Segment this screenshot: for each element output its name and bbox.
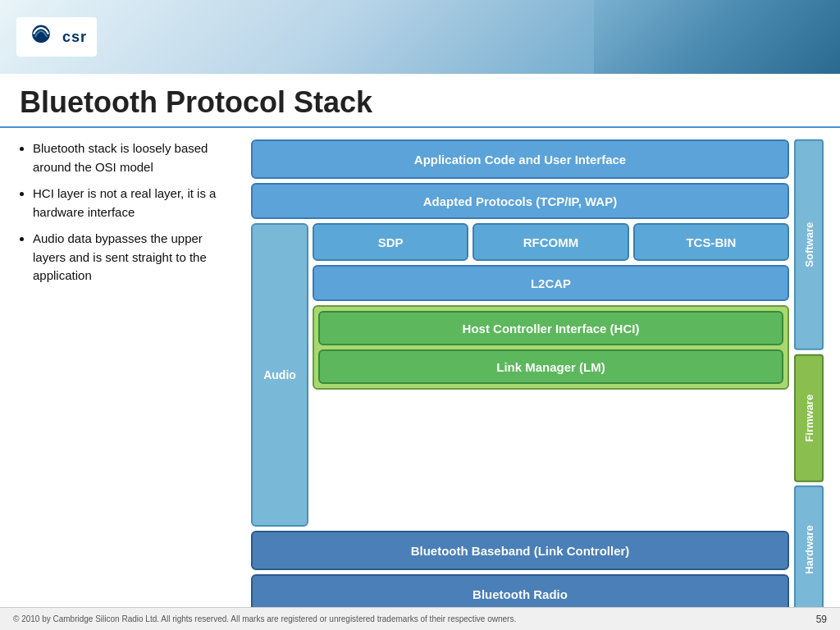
- side-labels: Software Firmware Hardware: [794, 139, 824, 614]
- adapted-protocols-block: Adapted Protocols (TCP/IP, WAP): [251, 183, 789, 219]
- firmware-label: Firmware: [794, 354, 824, 482]
- bullet-item-2: HCI layer is not a real layer, it is a h…: [33, 185, 238, 221]
- bullet-item-1: Bluetooth stack is loosely based around …: [33, 139, 238, 176]
- page-number: 59: [816, 614, 827, 625]
- sdp-block: SDP: [313, 223, 468, 261]
- sdp-rfcomm-tcs-row: SDP RFCOMM TCS-BIN: [313, 223, 789, 261]
- logo-area: csr: [16, 17, 97, 57]
- title-section: Bluetooth Protocol Stack: [0, 74, 840, 128]
- hci-block: Host Controller Interface (HCI): [318, 311, 783, 345]
- l2cap-block: L2CAP: [313, 265, 789, 301]
- bullet-list: Bluetooth stack is loosely based around …: [16, 139, 238, 285]
- footer: © 2010 by Cambridge Silicon Radio Ltd. A…: [0, 607, 840, 630]
- bullet-item-3: Audio data bypasses the upper layers and…: [33, 230, 238, 285]
- app-layer-block: Application Code and User Interface: [251, 139, 789, 179]
- audio-middle-row: Audio SDP RFCOMM TCS-BIN L2CAP Host Cont…: [251, 223, 789, 527]
- hardware-label: Hardware: [794, 486, 824, 614]
- logo-text: csr: [62, 29, 87, 46]
- baseband-block: Bluetooth Baseband (Link Controller): [251, 531, 789, 570]
- content-area: Bluetooth stack is loosely based around …: [0, 128, 840, 614]
- csr-logo-icon: [26, 22, 56, 52]
- hci-lm-section: Host Controller Interface (HCI) Link Man…: [313, 305, 789, 390]
- stack-diagram: Application Code and User Interface Adap…: [251, 139, 824, 614]
- rfcomm-block: RFCOMM: [472, 223, 628, 261]
- stack-main: Application Code and User Interface Adap…: [251, 139, 789, 614]
- tcs-block: TCS-BIN: [633, 223, 789, 261]
- header-banner: csr: [0, 0, 840, 74]
- bullet-section: Bluetooth stack is loosely based around …: [16, 139, 238, 614]
- audio-block: Audio: [251, 223, 308, 527]
- software-label: Software: [794, 139, 824, 350]
- page-title: Bluetooth Protocol Stack: [20, 85, 820, 120]
- lm-block: Link Manager (LM): [318, 349, 783, 384]
- middle-layers: SDP RFCOMM TCS-BIN L2CAP Host Controller…: [313, 223, 789, 527]
- copyright-text: © 2010 by Cambridge Silicon Radio Ltd. A…: [13, 614, 516, 623]
